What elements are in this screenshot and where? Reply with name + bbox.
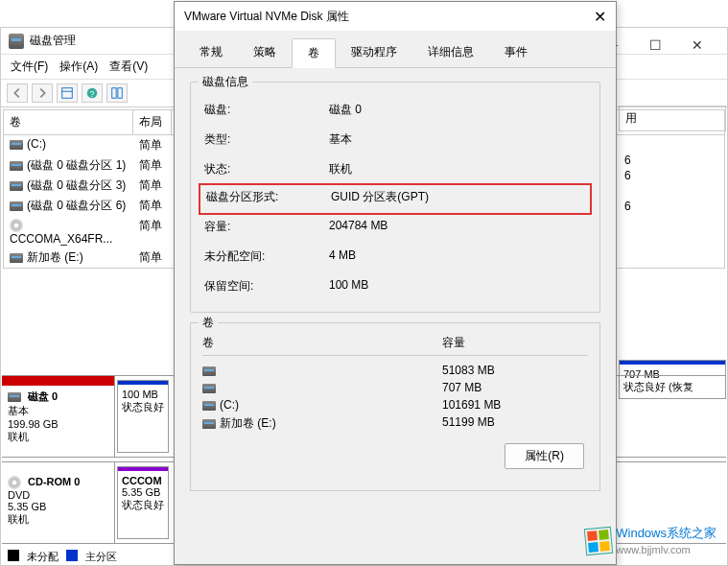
watermark-brand: Windows bbox=[616, 526, 667, 540]
dialog-title: VMware Virtual NVMe Disk 属性 bbox=[184, 9, 349, 25]
col-layout[interactable]: 布局 bbox=[133, 110, 172, 134]
capacity-value: 204784 MB bbox=[329, 219, 586, 235]
svg-rect-0 bbox=[62, 88, 73, 99]
volume-icon bbox=[10, 253, 23, 263]
tool-help[interactable]: ? bbox=[82, 83, 103, 103]
tab-volumes[interactable]: 卷 bbox=[292, 38, 336, 68]
volume-icon bbox=[202, 419, 216, 429]
cd-icon bbox=[8, 476, 21, 489]
bg-title: 磁盘管理 bbox=[30, 33, 76, 49]
partstyle-label: 磁盘分区形式: bbox=[206, 189, 331, 205]
disk-value: 磁盘 0 bbox=[329, 102, 586, 118]
tabstrip: 常规 策略 卷 驱动程序 详细信息 事件 bbox=[175, 31, 616, 68]
svg-rect-4 bbox=[112, 88, 116, 99]
tab-driver[interactable]: 驱动程序 bbox=[336, 38, 412, 67]
volume-icon bbox=[202, 384, 216, 393]
watermark-url: www.bjjmlv.com bbox=[616, 544, 690, 555]
vol-header: 卷 容量 bbox=[202, 335, 588, 356]
disk-properties-dialog: VMware Virtual NVMe Disk 属性 ✕ 常规 策略 卷 驱动… bbox=[174, 1, 617, 565]
partition-style-row: 磁盘分区形式:GUID 分区表(GPT) bbox=[199, 183, 592, 215]
menu-file[interactable]: 文件(F) bbox=[11, 59, 48, 75]
volume-icon bbox=[202, 366, 216, 376]
tool-view2[interactable] bbox=[106, 83, 128, 103]
volume-icon bbox=[10, 181, 23, 191]
windows-logo-icon bbox=[584, 526, 613, 554]
col-usage[interactable]: 用 bbox=[619, 106, 726, 131]
unalloc-value: 4 MB bbox=[329, 248, 586, 265]
volume-icon bbox=[202, 401, 216, 411]
vol-group-title: 卷 bbox=[199, 315, 218, 331]
volume-icon bbox=[10, 161, 23, 171]
capacity-label: 容量: bbox=[204, 219, 329, 235]
vol-row[interactable]: 707 MB bbox=[202, 379, 588, 396]
menu-view[interactable]: 查看(V) bbox=[109, 59, 148, 75]
disk-mgmt-icon bbox=[9, 34, 24, 49]
volume-icon bbox=[10, 201, 23, 211]
vol-row[interactable]: 新加卷 (E:)51199 MB bbox=[202, 413, 588, 434]
vol-row[interactable]: (C:)101691 MB bbox=[202, 396, 588, 413]
close-icon[interactable]: ✕ bbox=[594, 8, 606, 26]
tab-details[interactable]: 详细信息 bbox=[412, 38, 489, 67]
col-volume[interactable]: 卷 bbox=[4, 110, 133, 134]
partition-box[interactable]: 100 MB 状态良好 bbox=[117, 380, 169, 453]
right-column: 用 6 6 6 bbox=[619, 106, 726, 214]
maximize-button[interactable]: ☐ bbox=[634, 32, 676, 59]
svg-rect-5 bbox=[118, 88, 122, 99]
unalloc-label: 未分配空间: bbox=[204, 248, 329, 265]
status-label: 状态: bbox=[204, 161, 329, 177]
reserved-value: 100 MB bbox=[329, 278, 586, 295]
watermark: Windows系统之家 www.bjjmlv.com bbox=[585, 525, 716, 556]
group-title: 磁盘信息 bbox=[199, 74, 252, 90]
tab-events[interactable]: 事件 bbox=[489, 38, 543, 67]
disk0-label[interactable]: 磁盘 0 基本 199.98 GB 联机 bbox=[2, 376, 115, 457]
tool-fwd[interactable] bbox=[32, 83, 53, 103]
legend-primary-swatch bbox=[66, 550, 78, 561]
close-button[interactable]: ✕ bbox=[676, 32, 718, 59]
type-value: 基本 bbox=[329, 131, 586, 148]
properties-button[interactable]: 属性(R) bbox=[505, 443, 584, 469]
cd-icon bbox=[10, 219, 23, 232]
vol-col-capacity[interactable]: 容量 bbox=[442, 335, 465, 351]
tab-policies[interactable]: 策略 bbox=[238, 38, 292, 67]
disk-icon bbox=[8, 392, 21, 402]
dialog-titlebar: VMware Virtual NVMe Disk 属性 ✕ bbox=[175, 2, 616, 31]
volumes-group: 卷 卷 容量 51083 MB 707 MB (C:)101691 MB 新加卷… bbox=[190, 322, 600, 491]
tab-general[interactable]: 常规 bbox=[184, 38, 238, 67]
status-value: 联机 bbox=[329, 161, 586, 177]
legend-unalloc-swatch bbox=[8, 550, 19, 561]
menu-action[interactable]: 操作(A) bbox=[59, 59, 98, 75]
tool-view1[interactable] bbox=[57, 83, 78, 103]
disk-label: 磁盘: bbox=[204, 102, 329, 118]
cdrom-label[interactable]: CD-ROM 0 DVD 5.35 GB 联机 bbox=[2, 462, 115, 543]
volume-icon bbox=[10, 140, 23, 150]
disk-info-group: 磁盘信息 磁盘:磁盘 0 类型:基本 状态:联机 磁盘分区形式:GUID 分区表… bbox=[190, 82, 600, 313]
partition-box[interactable]: CCCOM 5.35 GB 状态良好 bbox=[117, 466, 169, 539]
vol-row[interactable]: 51083 MB bbox=[202, 362, 588, 379]
tool-back[interactable] bbox=[7, 83, 28, 103]
svg-text:?: ? bbox=[90, 89, 95, 99]
partstyle-value: GUID 分区表(GPT) bbox=[331, 189, 584, 205]
reserved-label: 保留空间: bbox=[204, 278, 329, 295]
type-label: 类型: bbox=[204, 131, 329, 148]
vol-col-volume[interactable]: 卷 bbox=[202, 335, 442, 351]
